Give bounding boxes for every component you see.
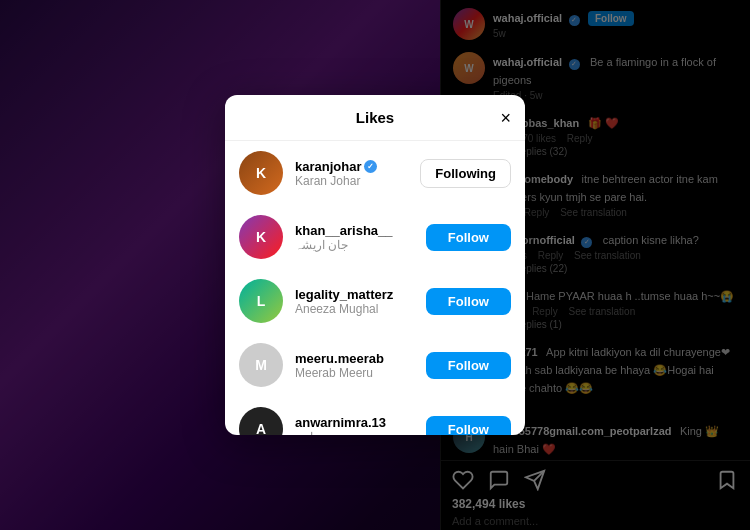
verified-badge: ✓ (364, 160, 377, 173)
like-action: Follow (426, 352, 511, 379)
user-displayname: Karan Johar (295, 174, 408, 188)
like-action: Follow (426, 416, 511, 436)
follow-button[interactable]: Follow (426, 416, 511, 436)
modal-title: Likes (356, 109, 394, 126)
follow-button[interactable]: Follow (426, 352, 511, 379)
user-info: legality_matterz Aneeza Mughal (295, 287, 414, 316)
like-action: Follow (426, 224, 511, 251)
user-info: meeru.meerab Meerab Meeru (295, 351, 414, 380)
user-username: meeru.meerab (295, 351, 414, 366)
user-info: karanjohar ✓ Karan Johar (295, 159, 408, 188)
like-item: L legality_matterz Aneeza Mughal Follow (225, 269, 525, 333)
user-displayname: Aneeza Mughal (295, 302, 414, 316)
user-displayname: Meerab Meeru (295, 366, 414, 380)
follow-button[interactable]: Follow (426, 224, 511, 251)
user-username: khan__arisha__ (295, 223, 414, 238)
like-item: M meeru.meerab Meerab Meeru Follow (225, 333, 525, 397)
like-item: K khan__arisha__ جان اریشہ Follow (225, 205, 525, 269)
following-button[interactable]: Following (420, 159, 511, 188)
user-username: anwarnimra.13 (295, 415, 414, 430)
close-button[interactable]: × (500, 109, 511, 127)
user-displayname: جان اریشہ (295, 238, 414, 252)
likes-modal: Likes × K karanjohar ✓ Karan Johar Follo… (225, 95, 525, 435)
follow-button[interactable]: Follow (426, 288, 511, 315)
like-item: K karanjohar ✓ Karan Johar Following (225, 141, 525, 205)
like-action: Follow (426, 288, 511, 315)
user-username: legality_matterz (295, 287, 414, 302)
modal-overlay: Likes × K karanjohar ✓ Karan Johar Follo… (0, 0, 750, 530)
user-avatar: L (239, 279, 283, 323)
likes-list: K karanjohar ✓ Karan Johar Following K k… (225, 141, 525, 435)
modal-header: Likes × (225, 95, 525, 141)
like-item: A anwarnimra.13 نمرہ انور Follow (225, 397, 525, 435)
user-avatar: A (239, 407, 283, 435)
like-action: Following (420, 159, 511, 188)
user-info: anwarnimra.13 نمرہ انور (295, 415, 414, 436)
user-avatar: K (239, 215, 283, 259)
user-displayname: نمرہ انور (295, 430, 414, 436)
user-avatar: K (239, 151, 283, 195)
user-avatar: M (239, 343, 283, 387)
user-info: khan__arisha__ جان اریشہ (295, 223, 414, 252)
user-username: karanjohar ✓ (295, 159, 408, 174)
